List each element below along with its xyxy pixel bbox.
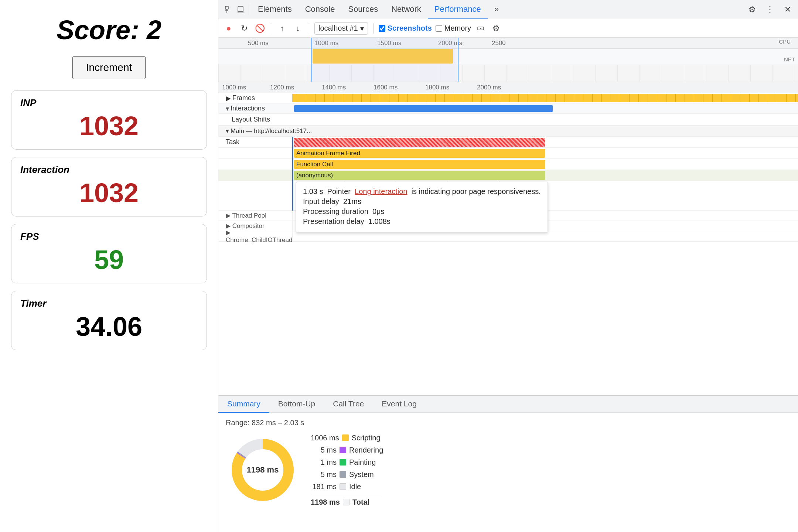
clear-button[interactable]: 🚫 [254, 23, 266, 34]
legend-system: 5 ms System [311, 470, 383, 479]
legend-idle: 181 ms Idle [311, 482, 383, 491]
fps-card: FPS 59 [11, 224, 207, 283]
target-label: localhost #1 [318, 24, 358, 33]
layout-shifts-content [292, 114, 798, 125]
tab-summary[interactable]: Summary [218, 396, 269, 413]
legend-total: 1198 ms Total [311, 495, 383, 507]
frames-track-row: ▶ Frames [218, 93, 798, 103]
interaction-block[interactable] [294, 105, 553, 112]
timer-label: Timer [20, 298, 198, 309]
timer-card: Timer 34.06 [11, 291, 207, 350]
track-area[interactable]: ▶ Frames ▾ Interactions [218, 93, 798, 395]
reload-button[interactable]: ↻ [238, 23, 250, 34]
device-icon[interactable] [235, 4, 246, 16]
interaction-label: Interaction [20, 164, 198, 175]
inp-card: INP 1032 [11, 90, 207, 150]
performance-toolbar: ● ↻ 🚫 ↑ ↓ localhost #1 ▾ Screenshots Mem… [218, 19, 798, 38]
task-label: Task [218, 138, 292, 146]
animation-frame-row: Animation Frame Fired [218, 148, 798, 159]
devtools-panel: Elements Console Sources Network Perform… [218, 0, 798, 532]
tab-more[interactable]: » [488, 0, 505, 19]
timeline-ruler-top: 500 ms 1000 ms 1500 ms 2000 ms 2500 CPU [218, 38, 798, 49]
capture-settings-icon[interactable] [475, 23, 487, 34]
ruler-2500: 2500 [492, 40, 506, 47]
interaction-card: Interaction 1032 [11, 157, 207, 216]
frames-expand-icon[interactable]: ▶ [226, 94, 231, 102]
legend-rendering: 5 ms Rendering [311, 446, 383, 454]
main-expand-icon[interactable]: ▾ [226, 127, 229, 135]
function-call-row: Function Call [218, 159, 798, 170]
tab-elements[interactable]: Elements [251, 0, 299, 19]
ruler-1500: 1500 ms [377, 40, 401, 47]
cpu-right-label: CPU [779, 38, 791, 45]
interaction-tooltip: 1.03 s Pointer Long interaction is indic… [296, 182, 548, 233]
svg-rect-0 [225, 6, 228, 9]
inspect-icon[interactable] [223, 4, 235, 16]
increment-button[interactable]: Increment [72, 56, 146, 79]
tab-bottom-up[interactable]: Bottom-Up [269, 396, 324, 413]
screenshots-checkbox[interactable] [379, 25, 385, 32]
summary-layout: 1198 ms 1006 ms Scripting 5 ms Rendering [226, 433, 791, 507]
interactions-label-text: Interactions [231, 105, 265, 112]
memory-label: Memory [444, 24, 471, 33]
fps-value: 59 [20, 245, 198, 275]
tooltip-input-delay: Input delay 21ms [303, 197, 541, 206]
memory-checkbox-label[interactable]: Memory [436, 24, 471, 33]
tooltip-header: 1.03 s Pointer Long interaction is indic… [303, 187, 541, 196]
screenshots-row [218, 65, 798, 82]
settings-icon[interactable]: ⚙ [746, 4, 758, 16]
interactions-expand-icon[interactable]: ▾ [226, 105, 229, 113]
screenshots-checkbox-label[interactable]: Screenshots [379, 24, 432, 33]
flame-ruler: 1000 ms 1200 ms 1400 ms 1600 ms 1800 ms … [218, 82, 798, 93]
perf-settings-icon[interactable]: ⚙ [490, 23, 502, 34]
record-button[interactable]: ● [223, 23, 235, 34]
func-content: Function Call [292, 159, 798, 170]
layout-shifts-row: Layout Shifts [218, 114, 798, 126]
score-title: Score: 2 [57, 15, 161, 45]
flame-area-wrapper: 1000 ms 1200 ms 1400 ms 1600 ms 1800 ms … [218, 82, 798, 395]
interactions-label[interactable]: ▾ Interactions [218, 105, 292, 113]
child-io-track: ▶ Chrome_ChildIOThread [218, 231, 798, 242]
idle-name: Idle [349, 482, 361, 491]
rendering-value: 5 ms [311, 446, 337, 454]
tooltip-link[interactable]: Long interaction [355, 187, 407, 195]
thread-pool-label[interactable]: ▶ Thread Pool [218, 212, 292, 219]
range-text: Range: 832 ms – 2.03 s [226, 419, 791, 427]
interaction-value: 1032 [20, 178, 198, 208]
task-bar [294, 138, 545, 147]
ruler-500: 500 ms [248, 40, 269, 47]
close-icon[interactable]: ✕ [782, 4, 794, 16]
screenshots-label: Screenshots [388, 24, 432, 33]
task-row: Task [218, 137, 798, 148]
tab-network[interactable]: Network [385, 0, 428, 19]
tab-call-tree[interactable]: Call Tree [324, 396, 373, 413]
timeline-overview[interactable]: 500 ms 1000 ms 1500 ms 2000 ms 2500 CPU … [218, 38, 798, 82]
tab-sources[interactable]: Sources [341, 0, 385, 19]
frames-label[interactable]: ▶ Frames [218, 94, 292, 102]
tab-event-log[interactable]: Event Log [373, 396, 426, 413]
painting-name: Painting [349, 458, 376, 467]
target-select[interactable]: localhost #1 ▾ [314, 22, 368, 35]
upload-button[interactable]: ↑ [276, 23, 288, 34]
legend-painting: 1 ms Painting [311, 458, 383, 467]
total-dot [343, 499, 349, 505]
frames-content [292, 93, 798, 103]
more-icon[interactable]: ⋮ [764, 4, 776, 16]
bottom-panel: Summary Bottom-Up Call Tree Event Log Ra… [218, 395, 798, 532]
interactions-content[interactable] [292, 103, 798, 113]
rendering-dot [340, 447, 346, 453]
frames-label-text: Frames [232, 94, 255, 102]
score-value: 2 [147, 15, 161, 45]
svg-rect-3 [238, 6, 243, 13]
function-call-bar: Function Call [294, 160, 545, 169]
tab-console[interactable]: Console [299, 0, 342, 19]
ruler-2000: 2000 ms [438, 40, 462, 47]
task-content [292, 137, 798, 147]
download-button[interactable]: ↓ [292, 23, 304, 34]
main-label[interactable]: ▾ Main — http://localhost:517... [218, 127, 798, 135]
tab-performance[interactable]: Performance [428, 0, 488, 19]
tooltip-processing: Processing duration 0μs [303, 207, 541, 216]
child-io-label[interactable]: ▶ Chrome_ChildIOThread [218, 229, 292, 244]
target-chevron: ▾ [360, 24, 364, 33]
memory-checkbox[interactable] [436, 25, 442, 32]
